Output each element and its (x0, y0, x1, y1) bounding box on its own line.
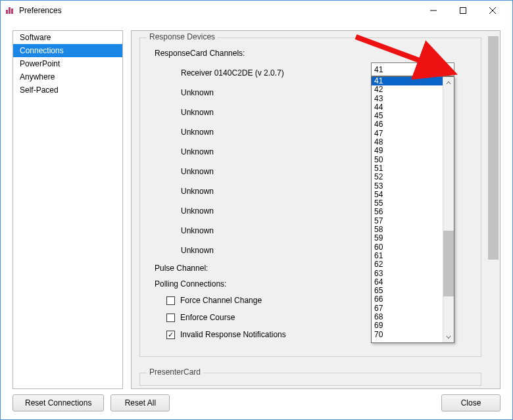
response-devices-legend: Response Devices (147, 32, 218, 41)
app-icon (6, 7, 15, 14)
svg-rect-1 (460, 8, 466, 14)
channel-dropdown-list: 4142434445464748495051525354555657585960… (372, 77, 443, 342)
sidebar-item-label: PowerPoint (20, 59, 60, 68)
channel-option[interactable]: 69 (372, 321, 443, 330)
checkbox-label: Enforce Course (180, 313, 235, 322)
presentercard-group: PresenterCard (139, 373, 481, 386)
dropdown-scrollbar-thumb[interactable] (443, 231, 454, 296)
close-button[interactable]: Close (441, 394, 501, 411)
channel-option[interactable]: 57 (372, 217, 443, 225)
channel-option[interactable]: 63 (372, 269, 443, 278)
channel-option[interactable]: 60 (372, 243, 443, 252)
responsecard-channels-label: ResponseCard Channels: (155, 49, 474, 58)
bottom-button-bar: Reset Connections Reset All Close (12, 394, 501, 413)
channel-option[interactable]: 52 (372, 173, 443, 181)
response-devices-group: Response Devices ResponseCard Channels: … (139, 37, 481, 357)
channel-option[interactable]: 53 (372, 182, 443, 191)
main-scrollbar[interactable] (488, 32, 499, 387)
channel-option[interactable]: 41 (372, 77, 443, 85)
channel-option[interactable]: 46 (372, 120, 443, 129)
channel-option[interactable]: 67 (372, 304, 443, 313)
sidebar-item-self-paced[interactable]: Self-Paced (13, 83, 122, 97)
sidebar-item-powerpoint[interactable]: PowerPoint (13, 57, 122, 70)
channel-option[interactable]: 56 (372, 208, 443, 216)
channel-option[interactable]: 58 (372, 225, 443, 234)
sidebar-item-label: Anywhere (20, 72, 55, 82)
checkbox-label: Invalid Response Notifications (180, 330, 286, 339)
sidebar: Software Connections PowerPoint Anywhere… (12, 30, 123, 389)
button-label: Reset All (125, 398, 156, 408)
sidebar-item-connections[interactable]: Connections (13, 44, 122, 57)
channel-option[interactable]: 50 (372, 156, 443, 164)
channel-select-value: 41 (374, 65, 383, 74)
window-title: Preferences (19, 6, 62, 15)
titlebar: Preferences (1, 1, 512, 20)
maximize-icon (460, 7, 466, 14)
checkbox-checked-icon: ✓ (166, 331, 175, 339)
checkbox-icon (166, 314, 175, 322)
channel-dropdown[interactable]: 4142434445464748495051525354555657585960… (371, 76, 454, 343)
channel-option[interactable]: 45 (372, 112, 443, 120)
channel-option[interactable]: 64 (372, 278, 443, 287)
reset-all-button[interactable]: Reset All (110, 394, 170, 411)
sidebar-item-label: Software (20, 33, 51, 42)
close-icon (489, 7, 496, 14)
channel-select[interactable]: 41 (371, 62, 454, 76)
sidebar-item-label: Self-Paced (20, 85, 59, 95)
main-panel: Response Devices ResponseCard Channels: … (131, 30, 501, 389)
channel-option[interactable]: 48 (372, 138, 443, 147)
checkbox-icon (166, 296, 175, 305)
sidebar-item-label: Connections (20, 46, 64, 55)
sidebar-item-anywhere[interactable]: Anywhere (13, 70, 122, 83)
channel-option[interactable]: 62 (372, 260, 443, 269)
sidebar-item-software[interactable]: Software (13, 31, 122, 44)
button-label: Close (461, 398, 481, 408)
close-window-button[interactable] (477, 1, 507, 20)
presentercard-legend: PresenterCard (147, 367, 203, 377)
reset-connections-button[interactable]: Reset Connections (12, 394, 104, 411)
scroll-down-icon[interactable] (443, 331, 454, 342)
scroll-up-icon[interactable] (443, 77, 454, 88)
channel-option[interactable]: 55 (372, 199, 443, 208)
chevron-down-icon (445, 66, 451, 72)
checkbox-label: Force Channel Change (180, 296, 262, 305)
channel-option[interactable]: 44 (372, 103, 443, 112)
channel-option[interactable]: 65 (372, 287, 443, 295)
channel-option[interactable]: 68 (372, 313, 443, 321)
channel-option[interactable]: 59 (372, 234, 443, 243)
minimize-button[interactable] (418, 1, 448, 20)
button-label: Reset Connections (25, 398, 91, 408)
channel-option[interactable]: 49 (372, 147, 443, 155)
maximize-button[interactable] (448, 1, 477, 20)
minimize-icon (430, 7, 437, 14)
channel-option[interactable]: 66 (372, 295, 443, 304)
channel-option[interactable]: 47 (372, 129, 443, 138)
channel-option[interactable]: 51 (372, 164, 443, 173)
channel-option[interactable]: 61 (372, 252, 443, 260)
dropdown-scrollbar[interactable] (443, 77, 454, 342)
channel-option[interactable]: 54 (372, 191, 443, 199)
channel-option[interactable]: 42 (372, 85, 443, 94)
main-scrollbar-thumb[interactable] (488, 36, 499, 260)
channel-option[interactable]: 70 (372, 331, 443, 339)
channel-option[interactable]: 43 (372, 95, 443, 103)
